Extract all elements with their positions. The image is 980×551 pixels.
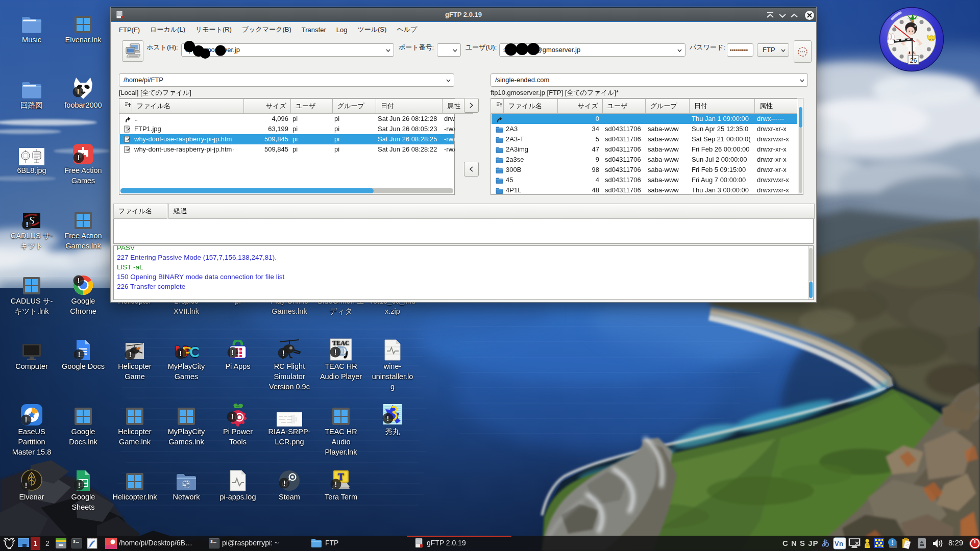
svg-text:$: $ [73, 539, 76, 544]
svg-text:!: ! [78, 481, 81, 489]
svg-text:!: ! [283, 479, 286, 487]
svg-text:!: ! [387, 414, 389, 422]
svg-text:!: ! [77, 87, 80, 96]
svg-text:!: ! [129, 350, 132, 359]
svg-text:!: ! [282, 348, 285, 357]
svg-text:TEAC: TEAC [332, 339, 349, 346]
svg-text:n: n [839, 540, 843, 547]
svg-text:!: ! [891, 539, 893, 546]
svg-text:26: 26 [910, 57, 917, 64]
svg-text:!: ! [78, 276, 80, 285]
svg-text:!: ! [78, 350, 81, 359]
svg-text:!: ! [232, 348, 234, 357]
svg-text:!: ! [231, 412, 234, 421]
svg-text:!: ! [25, 481, 28, 489]
svg-text:!: ! [25, 415, 28, 424]
svg-text:!: ! [334, 347, 337, 356]
svg-text:!: ! [335, 480, 337, 488]
svg-text:C: C [189, 343, 199, 360]
svg-text:$: $ [210, 539, 213, 544]
svg-text:!: ! [180, 349, 182, 358]
svg-text:V: V [835, 540, 839, 547]
svg-text:!: ! [26, 220, 29, 229]
svg-text:!: ! [78, 153, 80, 162]
